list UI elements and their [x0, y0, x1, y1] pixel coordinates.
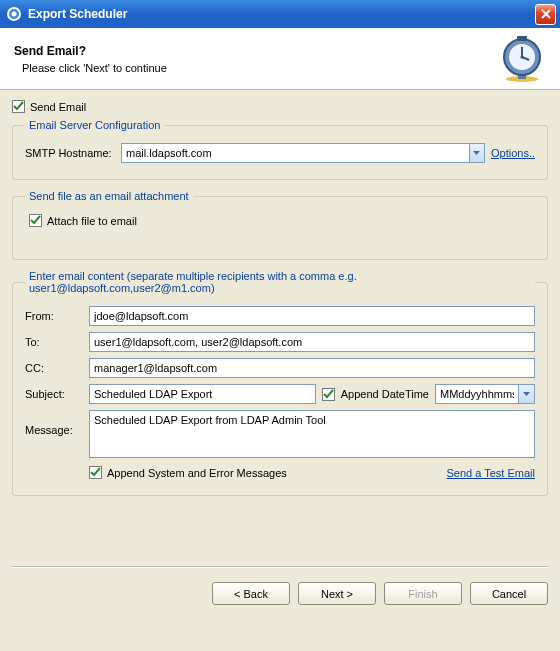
append-sys-msgs-checkbox[interactable] — [89, 466, 102, 479]
check-icon — [30, 215, 41, 226]
append-datetime-label: Append DateTime — [341, 388, 429, 400]
email-content-fieldset: Enter email content (separate multiple r… — [12, 270, 548, 496]
subject-label: Subject: — [25, 388, 83, 400]
back-button[interactable]: < Back — [212, 582, 290, 605]
datetime-format-dropdown-button[interactable] — [518, 384, 535, 404]
send-email-label: Send Email — [30, 101, 86, 113]
from-label: From: — [25, 310, 83, 322]
dialog-body: Send Email Email Server Configuration SM… — [0, 90, 560, 582]
to-input[interactable] — [89, 332, 535, 352]
svg-point-10 — [520, 55, 523, 58]
close-icon — [541, 9, 551, 19]
datetime-format-combo[interactable] — [435, 384, 535, 404]
cc-input[interactable] — [89, 358, 535, 378]
check-icon — [323, 389, 334, 400]
message-label: Message: — [25, 410, 83, 436]
smtp-fieldset: Email Server Configuration SMTP Hostname… — [12, 119, 548, 180]
send-email-checkbox[interactable] — [12, 100, 25, 113]
smtp-hostname-combo[interactable] — [121, 143, 485, 163]
check-icon — [90, 467, 101, 478]
attach-legend: Send file as an email attachment — [25, 190, 193, 202]
cancel-button[interactable]: Cancel — [470, 582, 548, 605]
send-test-email-link[interactable]: Send a Test Email — [447, 467, 535, 479]
header-clock-icon — [498, 35, 546, 83]
smtp-hostname-input[interactable] — [121, 143, 469, 163]
header-title: Send Email? — [14, 44, 498, 58]
svg-point-2 — [12, 12, 17, 17]
to-label: To: — [25, 336, 83, 348]
smtp-hostname-label: SMTP Hostname: — [25, 147, 115, 159]
wizard-header: Send Email? Please click 'Next' to conti… — [0, 28, 560, 90]
message-textarea[interactable] — [89, 410, 535, 458]
send-email-checkbox-row: Send Email — [12, 100, 548, 113]
cc-label: CC: — [25, 362, 83, 374]
append-datetime-checkbox[interactable] — [322, 388, 335, 401]
svg-rect-7 — [517, 36, 527, 41]
titlebar: Export Scheduler — [0, 0, 560, 28]
wizard-footer: < Back Next > Finish Cancel — [0, 582, 560, 619]
datetime-format-input[interactable] — [435, 384, 518, 404]
app-icon — [6, 6, 22, 22]
header-subtitle: Please click 'Next' to continue — [14, 62, 498, 74]
next-button[interactable]: Next > — [298, 582, 376, 605]
attach-fieldset: Send file as an email attachment Attach … — [12, 190, 548, 260]
email-content-legend: Enter email content (separate multiple r… — [25, 270, 535, 294]
footer-separator — [12, 566, 548, 568]
subject-input[interactable] — [89, 384, 316, 404]
chevron-down-icon — [523, 392, 530, 396]
attach-file-checkbox[interactable] — [29, 214, 42, 227]
close-button[interactable] — [535, 4, 556, 25]
check-icon — [13, 101, 24, 112]
finish-button[interactable]: Finish — [384, 582, 462, 605]
append-sys-msgs-label: Append System and Error Messages — [107, 467, 287, 479]
smtp-options-link[interactable]: Options.. — [491, 147, 535, 159]
attach-file-label: Attach file to email — [47, 215, 137, 227]
window-title: Export Scheduler — [28, 7, 535, 21]
smtp-legend: Email Server Configuration — [25, 119, 164, 131]
chevron-down-icon — [473, 151, 480, 155]
from-input[interactable] — [89, 306, 535, 326]
smtp-hostname-dropdown-button[interactable] — [469, 143, 485, 163]
attach-file-row: Attach file to email — [25, 214, 535, 227]
